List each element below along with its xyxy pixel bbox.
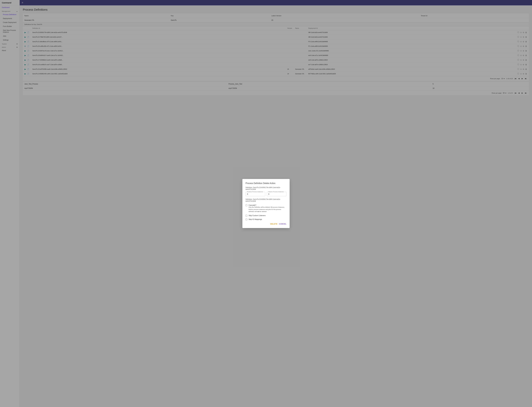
delete-button[interactable]: DELETE (270, 223, 278, 225)
dialog-title: Process Definition Delete Action (246, 182, 286, 184)
cascade-checkbox[interactable] (246, 204, 247, 206)
skip-io-mappings-checkbox[interactable] (246, 219, 247, 220)
skip-custom-listeners-label[interactable]: Skip Custom Listeners (248, 214, 266, 217)
definition-label: Definition: (246, 187, 253, 188)
runtime-instances-field: Runtime Process Instances 3 (246, 192, 265, 196)
dialog-fields: Runtime Process Instances 3 Historic Pro… (246, 192, 286, 196)
dialog-definition: Definition: GenUTs:23:83591734-d38f-11eb… (246, 187, 286, 190)
runtime-instances-value: 3 (247, 193, 264, 195)
dialog-definition2: Definition: GenUTs:23:83591734-d38f-11eb… (246, 198, 286, 202)
runtime-instances-label: Runtime Process Instances (247, 191, 263, 193)
historic-instances-value: 3 (268, 193, 285, 195)
cascade-label[interactable]: Cascade? (248, 204, 256, 206)
skip-custom-listeners-row: Skip Custom Listeners (246, 214, 286, 217)
cascade-note: Only the Definition will be deleted. All… (248, 206, 286, 213)
historic-instances-label: Historic Process Instances (268, 191, 284, 193)
skip-custom-listeners-checkbox[interactable] (246, 215, 247, 217)
dialog-overlay: Process Definition Delete Action Definit… (0, 0, 532, 407)
historic-instances-field: Historic Process Instances 3 (267, 192, 286, 196)
dialog-actions: DELETE CANCEL (246, 223, 286, 225)
skip-io-mappings-label[interactable]: Skip IO Mappings (248, 218, 262, 220)
definition2-label: Definition: (246, 198, 253, 200)
skip-io-mappings-row: Skip IO Mappings (246, 218, 286, 220)
cancel-button[interactable]: CANCEL (279, 223, 286, 225)
delete-dialog: Process Definition Delete Action Definit… (242, 179, 290, 228)
cascade-row: Cascade? Only the Definition will be del… (246, 204, 286, 213)
